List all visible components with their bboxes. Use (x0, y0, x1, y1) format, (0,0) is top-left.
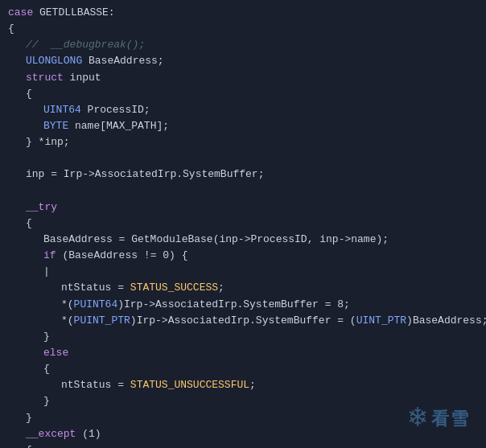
code-token: GETDLLBASSE: (33, 5, 114, 21)
code-line (0, 150, 486, 166)
code-content: case GETDLLBASSE:{// __debugbreak();ULON… (0, 5, 486, 448)
code-line: } *inp; (0, 134, 486, 150)
code-token: // __debugbreak(); (26, 37, 145, 53)
code-line: ntStatus = STATUS_UNSUCCESSFUL; (0, 377, 486, 393)
code-line: inp = Irp->AssociatedIrp.SystemBuffer; (0, 166, 486, 183)
code-token: { (8, 21, 14, 37)
code-token: | (43, 264, 50, 280)
code-token: ProcessID; (81, 102, 150, 118)
code-token: )BaseAddress; (406, 313, 486, 329)
code-line: | (0, 264, 486, 280)
watermark-text: 看雪 (431, 405, 470, 433)
watermark: ❄ 看雪 (409, 405, 470, 434)
code-token: { (26, 442, 32, 448)
code-token: else (43, 345, 68, 361)
code-line: { (0, 86, 486, 102)
code-token: (BaseAddress != 0) { (56, 248, 188, 264)
code-token: )Irp->AssociatedIrp.SystemBuffer = ( (130, 313, 356, 329)
code-token: case (8, 5, 33, 21)
code-token: __except (26, 426, 76, 442)
code-line: ULONGLONG BaseAddress; (0, 53, 486, 69)
code-token: { (43, 361, 50, 377)
code-line: BYTE name[MAX_PATH]; (0, 118, 486, 134)
code-token: __try (26, 199, 57, 216)
code-token: STATUS_SUCCESS (130, 280, 218, 296)
code-token: PUINT64 (74, 297, 118, 313)
code-line: UINT64 ProcessID; (0, 102, 486, 118)
code-token: ULONGLONG (26, 53, 82, 69)
code-token: if (43, 248, 56, 264)
code-line: BaseAddress = GetModuleBase(inp->Process… (0, 232, 486, 248)
code-token: STATUS_UNSUCCESSFUL (130, 377, 249, 393)
code-line: *(PUINT_PTR)Irp->AssociatedIrp.SystemBuf… (0, 313, 486, 329)
code-token: input (64, 70, 101, 86)
code-token: *( (61, 313, 74, 329)
code-token: BaseAddress = GetModuleBase(inp->Process… (43, 232, 389, 248)
code-token: UINT64 (43, 102, 81, 118)
code-line: ntStatus = STATUS_SUCCESS; (0, 280, 486, 296)
code-token: UINT_PTR (356, 313, 406, 329)
code-line: __try (0, 199, 486, 216)
code-line: else (0, 345, 486, 361)
code-token: { (26, 216, 32, 232)
code-line: if (BaseAddress != 0) { (0, 248, 486, 264)
code-line: struct input (0, 70, 486, 86)
code-line: } (0, 329, 486, 345)
code-token: BaseAddress; (82, 53, 163, 69)
code-token: name[MAX_PATH]; (68, 118, 169, 134)
code-token: BYTE (43, 118, 68, 134)
code-token: } (43, 393, 50, 409)
code-token: (1) (76, 426, 101, 442)
code-viewer: case GETDLLBASSE:{// __debugbreak();ULON… (0, 0, 486, 448)
code-line: { (0, 361, 486, 377)
code-token: ntStatus = (61, 280, 130, 296)
code-token: *( (61, 297, 74, 313)
code-line: // __debugbreak(); (0, 37, 486, 53)
code-line: { (0, 216, 486, 232)
code-token: struct (26, 70, 64, 86)
code-line (0, 183, 486, 199)
code-token: inp = Irp->AssociatedIrp.SystemBuffer; (26, 166, 264, 183)
watermark-snowflake-icon: ❄ (409, 405, 426, 434)
code-token: } (26, 410, 32, 426)
code-token: } (43, 329, 50, 345)
code-token: } *inp; (26, 134, 70, 150)
code-token: )Irp->AssociatedIrp.SystemBuffer = 8; (117, 297, 350, 313)
code-line: *(PUINT64)Irp->AssociatedIrp.SystemBuffe… (0, 297, 486, 313)
code-token: { (26, 86, 32, 102)
code-line: case GETDLLBASSE: (0, 5, 486, 21)
code-line: { (0, 442, 486, 448)
code-token: ; (249, 377, 256, 393)
code-line: { (0, 21, 486, 37)
code-token: PUINT_PTR (74, 313, 130, 329)
code-token: ; (218, 280, 224, 296)
code-token: ntStatus = (61, 377, 130, 393)
